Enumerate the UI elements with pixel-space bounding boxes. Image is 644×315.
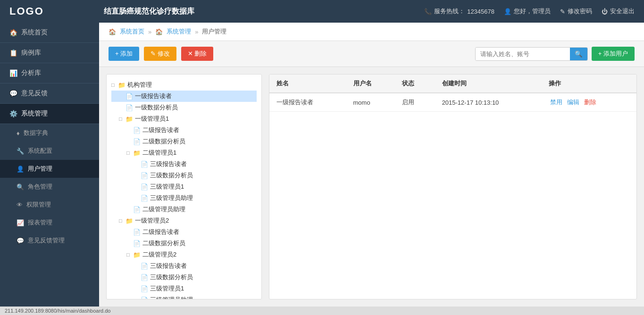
sidebar-item-feedback[interactable]: 💬 意见反馈 — [0, 83, 99, 104]
action-disable[interactable]: 禁用 — [550, 99, 562, 106]
cell-name: 一级报告读者 — [269, 93, 346, 112]
report-mgmt-icon: 📈 — [17, 219, 24, 226]
folder-icon: 📁 — [125, 116, 133, 123]
file-icon: 📄 — [141, 285, 148, 292]
analysis-icon: 📊 — [9, 69, 17, 77]
status-url: 211.149.200.189:8080/his/main/dashboard.… — [5, 308, 110, 314]
folder-icon: 📁 — [125, 217, 133, 224]
cases-icon: 📋 — [9, 49, 17, 57]
tree-node-l2-reporter2[interactable]: 📄 二级报告读者 — [111, 226, 257, 238]
tree-node-l3-analyst2[interactable]: 📄 三级数据分析员 — [111, 272, 257, 283]
sidebar-item-analysis[interactable]: 📊 分析库 — [0, 63, 99, 83]
cell-actions: 禁用 编辑 删除 — [542, 93, 636, 112]
sidebar-item-data-dict[interactable]: ♦ 数据字典 — [0, 124, 99, 142]
file-icon: 📄 — [133, 127, 141, 134]
file-icon: 📄 — [141, 161, 148, 168]
top-header: LOGO 结直肠癌规范化诊疗数据库 📞 服务热线： 12345678 👤 您好，… — [0, 0, 644, 23]
edit-button[interactable]: ✎ 修改 — [144, 47, 176, 61]
tree-node-l2-analyst2[interactable]: 📄 二级数据分析员 — [111, 238, 257, 249]
table-header-row: 姓名 用户名 状态 创建时间 操作 — [269, 75, 636, 93]
tree-node-l3-analyst1[interactable]: 📄 三级数据分析员 — [111, 170, 257, 181]
file-icon: 📄 — [133, 240, 141, 247]
page-body: □ 📁 机构管理 📄 一级报告读者 📄 一级数据分析员 — [99, 67, 644, 307]
table-row: 一级报告读者 momo 启用 2015-12-17 10:13:10 禁用 编辑… — [269, 93, 636, 112]
file-icon: 📄 — [125, 93, 133, 100]
file-icon: 📄 — [141, 274, 148, 281]
file-icon: 📄 — [133, 206, 141, 213]
delete-button[interactable]: ✕ 删除 — [181, 47, 214, 61]
search-box: 🔍 — [475, 47, 588, 61]
file-icon: 📄 — [141, 172, 148, 179]
col-name: 姓名 — [269, 75, 346, 93]
file-icon: 📄 — [133, 229, 141, 236]
sidebar-item-system-config[interactable]: 🔧 系统配置 — [0, 142, 99, 160]
toolbar: + 添加 ✎ 修改 ✕ 删除 🔍 + 添加用户 — [99, 41, 644, 67]
tree-node-root[interactable]: □ 📁 机构管理 — [111, 79, 257, 91]
file-icon: 📄 — [141, 263, 148, 270]
breadcrumb-icon-sys: 🏠 — [155, 28, 163, 35]
tree-node-l2-admin-asst1[interactable]: 📄 二级管理员助理 — [111, 204, 257, 215]
status-bar: 211.149.200.189:8080/his/main/dashboard.… — [0, 307, 644, 315]
logout-link[interactable]: ⏻ 安全退出 — [602, 7, 635, 16]
file-icon: 📄 — [141, 195, 148, 202]
table-panel: 姓名 用户名 状态 创建时间 操作 一级报告读者 momo 启用 2015-12… — [269, 74, 637, 299]
col-created-time: 创建时间 — [435, 75, 542, 93]
user-table: 姓名 用户名 状态 创建时间 操作 一级报告读者 momo 启用 2015-12… — [269, 75, 636, 112]
sidebar-item-role-mgmt[interactable]: 🔍 角色管理 — [0, 178, 99, 196]
sidebar-item-home[interactable]: 🏠 系统首页 — [0, 23, 99, 43]
tree-node-l3-admin2[interactable]: 📄 三级管理员1 — [111, 283, 257, 294]
file-icon: 📄 — [133, 138, 141, 145]
tree-node-l3-admin-asst1[interactable]: 📄 三级管理员助理 — [111, 192, 257, 204]
tree-panel: □ 📁 机构管理 📄 一级报告读者 📄 一级数据分析员 — [106, 74, 262, 299]
tree-node-l3-reporter2[interactable]: 📄 三级报告读者 — [111, 260, 257, 272]
action-delete[interactable]: 删除 — [584, 99, 596, 106]
tree-node-l2-reporter1[interactable]: 📄 二级报告读者 — [111, 124, 257, 136]
sidebar-item-report-mgmt[interactable]: 📈 报表管理 — [0, 214, 99, 232]
tree-node-l3-reporter1[interactable]: 📄 三级报告读者 — [111, 158, 257, 170]
tree-node-l2-admin1[interactable]: □ 📁 二级管理员1 — [111, 147, 257, 158]
tree-node-l1-admin1[interactable]: □ 📁 一级管理员1 — [111, 113, 257, 124]
breadcrumb-home[interactable]: 系统首页 — [120, 27, 144, 36]
add-button[interactable]: + 添加 — [109, 47, 139, 61]
sidebar-item-user-mgmt[interactable]: 👤 用户管理 — [0, 160, 99, 178]
tree-node-l2-analyst1[interactable]: 📄 二级数据分析员 — [111, 136, 257, 147]
add-user-button[interactable]: + 添加用户 — [592, 47, 635, 61]
toggle-icon: □ — [111, 82, 118, 88]
tree-node-l1-reporter[interactable]: 📄 一级报告读者 — [111, 91, 257, 102]
feedback-mgmt-icon: 💬 — [17, 237, 24, 244]
col-actions: 操作 — [542, 75, 636, 93]
permission-mgmt-icon: 👁 — [17, 201, 23, 208]
sidebar: 🏠 系统首页 📋 病例库 📊 分析库 💬 意见反馈 ⚙️ 系统管理 ♦ 数据字典… — [0, 23, 99, 307]
breadcrumb-current: 用户管理 — [202, 27, 226, 36]
tree-node-l1-analyst[interactable]: 📄 一级数据分析员 — [111, 102, 257, 113]
col-username: 用户名 — [346, 75, 395, 93]
file-icon: 📄 — [141, 183, 148, 191]
cell-status: 启用 — [395, 93, 435, 112]
tree-node-l2-admin2[interactable]: □ 📁 二级管理员2 — [111, 249, 257, 260]
main-layout: 🏠 系统首页 📋 病例库 📊 分析库 💬 意见反馈 ⚙️ 系统管理 ♦ 数据字典… — [0, 23, 644, 307]
change-password-link[interactable]: ✎ 修改密码 — [560, 7, 592, 16]
cell-created-time: 2015-12-17 10:13:10 — [435, 93, 542, 112]
sidebar-item-system[interactable]: ⚙️ 系统管理 — [0, 104, 99, 124]
tree-node-l3-admin1[interactable]: 📄 三级管理员1 — [111, 181, 257, 192]
folder-icon: 📁 — [118, 82, 125, 89]
sidebar-item-feedback-mgmt[interactable]: 💬 意见反馈管理 — [0, 232, 99, 249]
data-dict-icon: ♦ — [17, 130, 20, 137]
feedback-icon: 💬 — [9, 90, 17, 97]
folder-icon: 📁 — [133, 251, 141, 258]
role-mgmt-icon: 🔍 — [17, 183, 24, 191]
system-config-icon: 🔧 — [17, 148, 24, 155]
breadcrumb-system[interactable]: 系统管理 — [167, 27, 191, 36]
tree-node-l3-admin-asst2[interactable]: 📄 三级管理员助理 — [111, 294, 257, 299]
tree-node-l1-admin2[interactable]: □ 📁 一级管理员2 — [111, 215, 257, 226]
header-right: 📞 服务热线： 12345678 👤 您好，管理员 ✎ 修改密码 ⏻ 安全退出 — [424, 7, 635, 16]
content-area: 🏠 系统首页 » 🏠 系统管理 » 用户管理 + 添加 ✎ 修改 ✕ 删除 🔍 … — [99, 23, 644, 307]
sidebar-item-cases[interactable]: 📋 病例库 — [0, 43, 99, 63]
search-input[interactable] — [476, 48, 570, 60]
system-title: 结直肠癌规范化诊疗数据库 — [104, 7, 424, 17]
logo: LOGO — [9, 5, 104, 17]
search-button[interactable]: 🔍 — [570, 48, 587, 60]
action-edit[interactable]: 编辑 — [567, 99, 579, 106]
cell-username: momo — [346, 93, 395, 112]
sidebar-item-permission-mgmt[interactable]: 👁 权限管理 — [0, 196, 99, 214]
